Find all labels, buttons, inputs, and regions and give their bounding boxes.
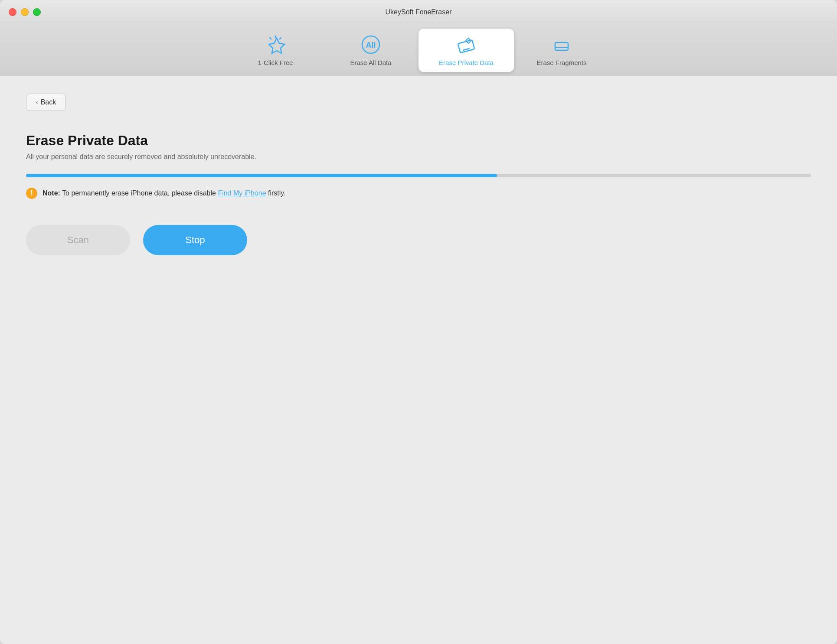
back-button-label: Back (41, 98, 56, 106)
tab-erase-private[interactable]: Erase Private Data (418, 29, 514, 72)
note-suffix: firstly. (266, 189, 286, 197)
tab-erase-fragments-label: Erase Fragments (536, 59, 586, 66)
stop-button[interactable]: Stop (143, 225, 247, 255)
back-button[interactable]: ‹ Back (26, 94, 66, 111)
page-title: Erase Private Data (26, 133, 811, 149)
tab-bar: 1-Click Free All Erase All Data Erase Pr… (0, 24, 837, 76)
find-my-iphone-link[interactable]: Find My iPhone (218, 189, 266, 197)
note-text: Note: To permanently erase iPhone data, … (43, 189, 286, 197)
tab-one-click[interactable]: 1-Click Free (228, 29, 323, 72)
svg-text:All: All (366, 41, 376, 49)
tab-erase-all[interactable]: All Erase All Data (323, 29, 418, 72)
minimize-button[interactable] (21, 8, 29, 16)
traffic-lights (9, 8, 41, 16)
erase-private-icon (455, 34, 477, 55)
note-prefix: Note: (43, 189, 60, 197)
tab-erase-fragments[interactable]: Erase Fragments (514, 29, 609, 72)
svg-line-2 (270, 38, 271, 39)
note-middle: To permanently erase iPhone data, please… (60, 189, 218, 197)
scan-button[interactable]: Scan (26, 225, 130, 255)
button-row: Scan Stop (26, 225, 811, 255)
svg-rect-7 (555, 42, 568, 50)
one-click-icon (265, 34, 286, 55)
app-window: UkeySoft FoneEraser 1-Click Free All Era… (0, 0, 837, 644)
erase-all-icon: All (360, 34, 382, 55)
svg-line-1 (280, 38, 281, 39)
window-title: UkeySoft FoneEraser (386, 8, 452, 16)
main-content: ‹ Back Erase Private Data All your perso… (0, 76, 837, 644)
maximize-button[interactable] (33, 8, 41, 16)
page-subtitle: All your personal data are securely remo… (26, 153, 811, 161)
back-chevron-icon: ‹ (36, 99, 38, 106)
tab-one-click-label: 1-Click Free (258, 59, 293, 66)
svg-rect-5 (458, 40, 475, 53)
warning-icon: ! (26, 188, 37, 199)
svg-line-6 (463, 49, 469, 50)
note-row: ! Note: To permanently erase iPhone data… (26, 188, 811, 199)
tab-erase-all-label: Erase All Data (350, 59, 391, 66)
tab-erase-private-label: Erase Private Data (439, 59, 494, 66)
erase-fragments-icon (551, 34, 572, 55)
progress-container (26, 174, 811, 177)
progress-bar-fill (26, 174, 497, 177)
close-button[interactable] (9, 8, 16, 16)
progress-bar-track (26, 174, 811, 177)
title-bar: UkeySoft FoneEraser (0, 0, 837, 24)
